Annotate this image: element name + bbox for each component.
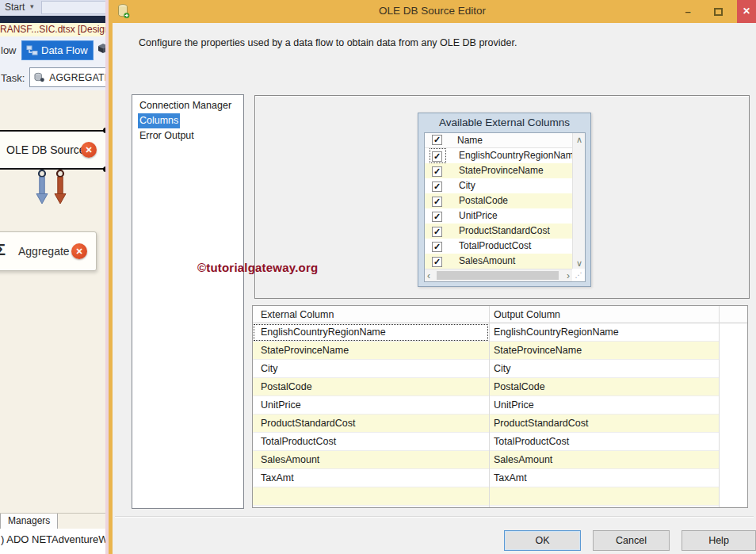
vertical-scrollbar[interactable]: ∧ ∨ — [572, 133, 585, 269]
output-column-cell[interactable]: City — [489, 360, 719, 378]
column-mapping-table[interactable]: External Column Output Column EnglishCou… — [252, 305, 748, 508]
checkbox-cell: ✓ — [430, 164, 445, 178]
external-column-cell[interactable]: ProductStandardCost — [253, 415, 489, 433]
nav-item-label: Error Output — [138, 128, 196, 143]
external-column-cell[interactable]: TaxAmt — [253, 469, 489, 487]
scroll-down-icon[interactable]: ∨ — [573, 258, 586, 269]
output-column-cell[interactable]: TotalProductCost — [489, 433, 719, 451]
scroll-up-icon[interactable]: ∧ — [573, 135, 586, 145]
checked-checkbox[interactable]: ✓ — [432, 151, 442, 162]
output-column-cell[interactable]: StateProvinceName — [489, 342, 719, 360]
nav-item-columns[interactable]: Columns — [138, 113, 243, 128]
start-menu-button[interactable]: Start — [5, 2, 25, 13]
available-column-row[interactable]: ✓EnglishCountryRegionName — [425, 148, 572, 163]
available-column-name: EnglishCountryRegionName — [459, 148, 578, 163]
editor-pages-list[interactable]: Connection ManagerColumnsError Output — [132, 94, 244, 509]
scrollbar-thumb[interactable] — [437, 271, 559, 280]
connection-manager-item[interactable]: ) ADO NETAdventureW — [0, 529, 111, 554]
external-column-cell[interactable]: City — [253, 360, 489, 378]
checked-checkbox[interactable]: ✓ — [432, 197, 442, 207]
mapping-row[interactable]: SalesAmountSalesAmount — [253, 451, 719, 469]
available-external-columns-panel: Available External Columns ✓ Name ✓Engli… — [418, 113, 591, 287]
connection-managers-tab[interactable]: Managers — [0, 514, 58, 529]
cancel-button[interactable]: Cancel — [593, 530, 670, 551]
mapping-table-header: External Column Output Column — [253, 306, 747, 323]
ok-button[interactable]: OK — [504, 530, 581, 551]
mapping-row[interactable] — [253, 487, 719, 506]
checked-checkbox[interactable]: ✓ — [432, 242, 442, 252]
output-column-cell[interactable] — [489, 487, 719, 506]
mapping-row[interactable]: PostalCodePostalCode — [253, 378, 719, 396]
output-column-cell[interactable]: EnglishCountryRegionName — [489, 323, 719, 342]
available-column-row[interactable]: ✓ProductStandardCost — [425, 224, 572, 239]
task-combo-value: AGGREGATE — [49, 72, 111, 83]
watermark-text: ©tutorialgateway.org — [197, 261, 318, 274]
available-column-row[interactable]: ✓StateProvinceName — [425, 163, 572, 178]
mapping-row[interactable]: CityCity — [253, 360, 719, 378]
managers-tab-label: Managers — [8, 515, 50, 526]
available-columns-list[interactable]: ✓ Name ✓EnglishCountryRegionName✓StatePr… — [424, 132, 586, 282]
maximize-button[interactable] — [706, 0, 730, 23]
name-column-header: Name — [457, 133, 483, 148]
scroll-left-icon[interactable]: ‹ — [427, 270, 430, 281]
output-path-arrows[interactable] — [29, 170, 73, 206]
available-column-name: StateProvinceName — [459, 163, 544, 178]
data-flow-tab-button[interactable]: Data Flow — [21, 40, 94, 60]
output-column-header: Output Column — [494, 306, 560, 323]
aggregate-label: Aggregate — [0, 245, 70, 258]
checked-checkbox[interactable]: ✓ — [432, 181, 442, 192]
available-column-row[interactable]: ✓UnitPrice — [425, 208, 572, 224]
task-combo-box[interactable]: AGGREGATE — [29, 67, 112, 87]
scroll-right-icon[interactable]: › — [567, 270, 570, 281]
checked-checkbox[interactable]: ✓ — [432, 212, 442, 222]
help-button[interactable]: Help — [682, 530, 756, 551]
mapping-row[interactable]: ProductStandardCostProductStandardCost — [253, 415, 719, 433]
mapping-row[interactable]: TotalProductCostTotalProductCost — [253, 433, 719, 451]
document-tab[interactable]: RANSF...SIC.dtsx [Design]* — [0, 23, 111, 36]
nav-item-error-output[interactable]: Error Output — [138, 128, 243, 143]
sigma-icon: Σ — [0, 241, 6, 259]
available-columns-header[interactable]: ✓ Name — [425, 133, 572, 148]
horizontal-scrollbar[interactable]: ‹ › — [425, 269, 572, 281]
column-divider — [719, 306, 720, 507]
mapping-row[interactable]: StateProvinceNameStateProvinceName — [253, 342, 719, 360]
external-column-cell[interactable]: PostalCode — [253, 378, 489, 396]
minimize-button[interactable]: – — [677, 0, 699, 23]
output-column-cell[interactable]: TaxAmt — [489, 469, 719, 487]
design-surface: OLE DB Source ✕ Σ Aggregate ✕ — [0, 90, 111, 513]
external-column-cell[interactable]: SalesAmount — [253, 451, 489, 469]
available-column-row[interactable]: ✓TotalProductCost — [425, 239, 572, 254]
error-icon: ✕ — [81, 142, 97, 158]
external-column-cell[interactable]: UnitPrice — [253, 396, 489, 415]
external-column-cell[interactable]: EnglishCountryRegionName — [253, 323, 489, 342]
aggregate-node[interactable]: Σ Aggregate ✕ — [0, 231, 97, 271]
toolbar-combo-box[interactable] — [41, 1, 108, 14]
checked-checkbox[interactable]: ✓ — [432, 166, 442, 177]
available-column-name: PostalCode — [459, 193, 508, 208]
output-column-cell[interactable]: SalesAmount — [489, 451, 719, 469]
external-column-header: External Column — [261, 306, 334, 323]
available-column-row[interactable]: ✓PostalCode — [425, 193, 572, 208]
output-column-cell[interactable]: UnitPrice — [489, 396, 719, 415]
mapping-row[interactable]: TaxAmtTaxAmt — [253, 469, 719, 487]
select-all-checkbox[interactable]: ✓ — [432, 135, 442, 145]
available-column-row[interactable]: ✓City — [425, 178, 572, 193]
checked-checkbox[interactable]: ✓ — [432, 227, 442, 237]
mapping-row[interactable]: EnglishCountryRegionNameEnglishCountryRe… — [253, 323, 719, 342]
mapping-row[interactable]: UnitPriceUnitPrice — [253, 396, 719, 415]
available-column-row[interactable]: ✓SalesAmount — [425, 254, 572, 269]
connection-managers-area: Managers — [0, 513, 111, 529]
nav-item-connection-manager[interactable]: Connection Manager — [138, 98, 243, 113]
ole-db-source-node[interactable]: OLE DB Source ✕ — [0, 130, 107, 170]
button-separator — [115, 516, 754, 518]
external-column-cell[interactable]: StateProvinceName — [253, 342, 489, 360]
external-column-cell[interactable] — [253, 487, 489, 506]
available-column-name: ProductStandardCost — [459, 224, 550, 239]
external-column-cell[interactable]: TotalProductCost — [253, 433, 489, 451]
close-button[interactable]: ✕ — [737, 0, 756, 23]
task-label: Task: — [1, 72, 25, 84]
output-column-cell[interactable]: ProductStandardCost — [489, 415, 719, 433]
dialog-titlebar[interactable]: OLE DB Source Editor – ✕ — [109, 0, 756, 23]
output-column-cell[interactable]: PostalCode — [489, 378, 719, 396]
checked-checkbox[interactable]: ✓ — [432, 257, 442, 267]
